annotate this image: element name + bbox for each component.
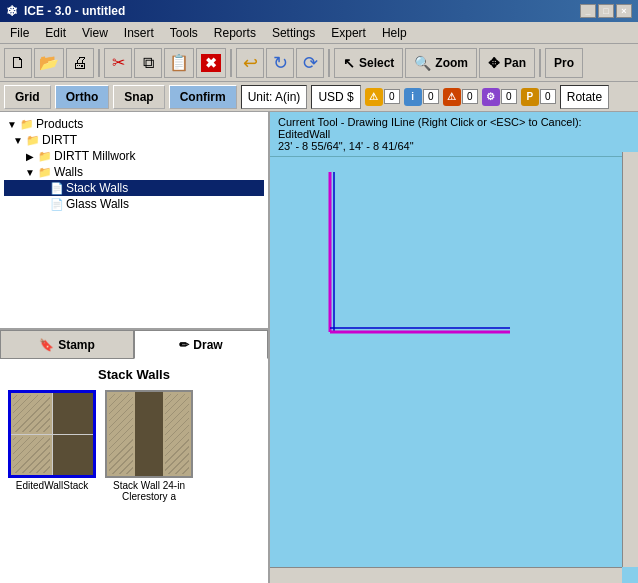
zoom-label: Zoom <box>435 56 468 70</box>
tree-label-millwork: DIRTT Millwork <box>54 149 136 163</box>
info-icon: i <box>404 88 422 106</box>
redo-button[interactable]: ↻ <box>266 48 294 78</box>
tree-item-walls[interactable]: ▼ 📁 Walls <box>4 164 264 180</box>
select-button[interactable]: ↖ Select <box>334 48 403 78</box>
toolbar: 🗋 📂 🖨 ✂ ⧉ 📋 ✖ ↩ ↻ ⟳ ↖ Select 🔍 Zoom ✥ Pa… <box>0 44 638 82</box>
left-panel: ▼ 📁 Products ▼ 📁 DIRTT ▶ 📁 DIRTT Millwor… <box>0 112 270 583</box>
paste-icon: 📋 <box>169 53 189 72</box>
tree-item-glass-walls[interactable]: 📄 Glass Walls <box>4 196 264 212</box>
pan-icon: ✥ <box>488 55 500 71</box>
wall-pattern-dual <box>107 392 191 476</box>
select-label: Select <box>359 56 394 70</box>
unit-display: Unit: A(in) <box>241 85 308 109</box>
tree-item-dirtt[interactable]: ▼ 📁 DIRTT <box>4 132 264 148</box>
warning-icon: ⚠ <box>365 88 383 106</box>
open-button[interactable]: 📂 <box>34 48 64 78</box>
folder-dirtt-icon: 📁 <box>26 134 40 147</box>
wall-cell-tl <box>11 393 52 434</box>
tab-stamp[interactable]: 🔖 Stamp <box>0 330 134 359</box>
pan-label: Pan <box>504 56 526 70</box>
zoom-button[interactable]: 🔍 Zoom <box>405 48 477 78</box>
print-icon: 🖨 <box>72 54 88 72</box>
folder-millwork-icon: 📁 <box>38 150 52 163</box>
app-title: ICE - 3.0 - untitled <box>24 4 125 18</box>
current-tool-text: Current Tool - Drawing ILine (Right Clic… <box>278 116 630 140</box>
scroll-vertical[interactable] <box>622 152 638 567</box>
cut-icon: ✂ <box>112 53 125 72</box>
expand-stack <box>36 183 48 194</box>
product-card-stack-wall-24[interactable]: Stack Wall 24-in Clerestory a <box>104 390 194 502</box>
badge-pro: P 0 <box>521 88 556 106</box>
tree-item-stack-walls[interactable]: 📄 Stack Walls <box>4 180 264 196</box>
product-card-edited-wall-stack[interactable]: EditedWallStack <box>8 390 96 502</box>
badge-error-count: 0 <box>462 89 478 104</box>
badge-warning: ⚠ 0 <box>365 88 400 106</box>
undo-button[interactable]: ↩ <box>236 48 264 78</box>
rotate-display: Rotate <box>560 85 609 109</box>
tree-label-walls: Walls <box>54 165 83 179</box>
pro-badge-icon: P <box>521 88 539 106</box>
pan-button[interactable]: ✥ Pan <box>479 48 535 78</box>
wall-cell-bl <box>11 435 52 476</box>
confirm-button[interactable]: Confirm <box>169 85 237 109</box>
copy-button[interactable]: ⧉ <box>134 48 162 78</box>
grid-button[interactable]: Grid <box>4 85 51 109</box>
scroll-horizontal[interactable] <box>270 567 622 583</box>
refresh-button[interactable]: ⟳ <box>296 48 324 78</box>
gear-icon: ⚙ <box>482 88 500 106</box>
draw-icon: ✏ <box>179 338 189 352</box>
new-button[interactable]: 🗋 <box>4 48 32 78</box>
expand-glass <box>36 199 48 210</box>
delete-icon: ✖ <box>201 54 221 72</box>
status-bar: Current Tool - Drawing ILine (Right Clic… <box>270 112 638 157</box>
pro-button[interactable]: Pro <box>545 48 583 78</box>
menu-insert[interactable]: Insert <box>118 24 160 42</box>
badge-gear-count: 0 <box>501 89 517 104</box>
badge-gear: ⚙ 0 <box>482 88 517 106</box>
maximize-button[interactable]: □ <box>598 4 614 18</box>
wall-cell-br <box>53 435 94 476</box>
paste-button[interactable]: 📋 <box>164 48 194 78</box>
redo-icon: ↻ <box>273 52 288 74</box>
menu-expert[interactable]: Expert <box>325 24 372 42</box>
menu-view[interactable]: View <box>76 24 114 42</box>
minimize-button[interactable]: _ <box>580 4 596 18</box>
tree-view: ▼ 📁 Products ▼ 📁 DIRTT ▶ 📁 DIRTT Millwor… <box>0 112 268 329</box>
menu-reports[interactable]: Reports <box>208 24 262 42</box>
expand-products: ▼ <box>6 119 18 130</box>
tab-draw[interactable]: ✏ Draw <box>134 330 268 359</box>
tab-draw-label: Draw <box>193 338 222 352</box>
sep4 <box>539 49 541 77</box>
wall-col-center <box>135 392 163 476</box>
product-thumb-24 <box>105 390 193 478</box>
snap-button[interactable]: Snap <box>113 85 164 109</box>
ortho-button[interactable]: Ortho <box>55 85 110 109</box>
expand-millwork: ▶ <box>24 151 36 162</box>
tree-item-millwork[interactable]: ▶ 📁 DIRTT Millwork <box>4 148 264 164</box>
menu-file[interactable]: File <box>4 24 35 42</box>
badge-warning-count: 0 <box>384 89 400 104</box>
tree-item-products[interactable]: ▼ 📁 Products <box>4 116 264 132</box>
file-stack-icon: 📄 <box>50 182 64 195</box>
menu-bar: File Edit View Insert Tools Reports Sett… <box>0 22 638 44</box>
delete-button[interactable]: ✖ <box>196 48 226 78</box>
tree-label-dirtt: DIRTT <box>42 133 77 147</box>
product-area: Stack Walls EditedWallStack <box>0 359 268 583</box>
open-icon: 📂 <box>39 53 59 72</box>
stamp-icon: 🔖 <box>39 338 54 352</box>
menu-help[interactable]: Help <box>376 24 413 42</box>
expand-dirtt: ▼ <box>12 135 24 146</box>
menu-edit[interactable]: Edit <box>39 24 72 42</box>
tree-label-products: Products <box>36 117 83 131</box>
menu-settings[interactable]: Settings <box>266 24 321 42</box>
close-button[interactable]: × <box>616 4 632 18</box>
expand-walls: ▼ <box>24 167 36 178</box>
tab-stamp-label: Stamp <box>58 338 95 352</box>
title-bar: ❄ ICE - 3.0 - untitled _ □ × <box>0 0 638 22</box>
cut-button[interactable]: ✂ <box>104 48 132 78</box>
print-button[interactable]: 🖨 <box>66 48 94 78</box>
menu-tools[interactable]: Tools <box>164 24 204 42</box>
error-icon: ⚠ <box>443 88 461 106</box>
zoom-icon: 🔍 <box>414 55 431 71</box>
badge-info-count: 0 <box>423 89 439 104</box>
